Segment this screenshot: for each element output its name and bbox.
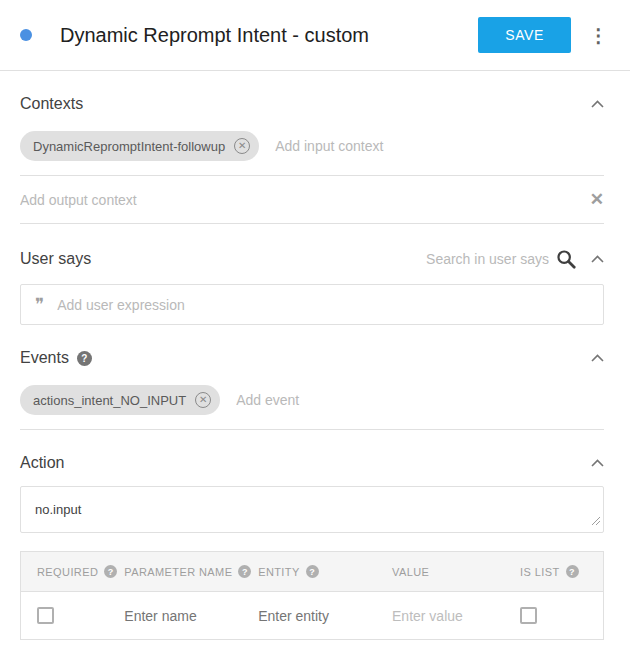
- resize-handle-icon[interactable]: [591, 512, 601, 530]
- action-name-field[interactable]: [35, 502, 589, 517]
- intent-status-dot-icon: [20, 29, 32, 41]
- search-user-says-input[interactable]: [399, 251, 549, 267]
- event-chip[interactable]: actions_intent_NO_INPUT ✕: [20, 385, 220, 415]
- col-is-list-label: IS LIST: [520, 566, 559, 578]
- user-says-title: User says: [20, 250, 91, 268]
- input-contexts-row: DynamicRepromptIntent-followup ✕: [20, 127, 604, 175]
- add-input-context-field[interactable]: [275, 138, 604, 154]
- action-collapse-chevron-up-icon[interactable]: [591, 459, 604, 467]
- output-contexts-row: ✕: [20, 176, 604, 223]
- contexts-title: Contexts: [20, 95, 83, 113]
- event-chip-label: actions_intent_NO_INPUT: [33, 393, 186, 408]
- header-divider: [0, 70, 630, 71]
- user-expression-box: ❞: [20, 284, 604, 325]
- input-context-chip-label: DynamicRepromptIntent-followup: [33, 139, 225, 154]
- col-parameter-name-label: PARAMETER NAME: [124, 566, 232, 578]
- contexts-section: Contexts DynamicRepromptIntent-followup …: [0, 95, 630, 224]
- events-collapse-chevron-up-icon[interactable]: [591, 354, 604, 362]
- parameter-row: Enter name Enter entity Enter value: [21, 592, 603, 639]
- col-value-label: VALUE: [392, 566, 429, 578]
- search-icon[interactable]: [555, 248, 577, 270]
- user-says-section: User says ❞: [0, 248, 630, 325]
- entity-field[interactable]: Enter entity: [242, 592, 376, 639]
- add-output-context-field[interactable]: [20, 192, 590, 208]
- action-section: Action REQUIRED ? PARAMETER NAME ? ENTI: [0, 454, 630, 640]
- remove-input-context-icon[interactable]: ✕: [234, 138, 250, 154]
- action-input-box: [20, 486, 604, 533]
- save-button[interactable]: SAVE: [478, 17, 571, 53]
- parameters-table-header: REQUIRED ? PARAMETER NAME ? ENTITY ? VAL…: [21, 552, 603, 592]
- parameter-name-field[interactable]: Enter name: [108, 592, 242, 639]
- clear-output-contexts-icon[interactable]: ✕: [590, 191, 604, 208]
- divider: [20, 429, 604, 430]
- action-title: Action: [20, 454, 64, 472]
- user-says-search: [399, 248, 604, 270]
- add-user-expression-field[interactable]: [57, 297, 589, 313]
- more-options-kebab-icon[interactable]: ⋮: [583, 24, 614, 47]
- contexts-collapse-chevron-up-icon[interactable]: [591, 100, 604, 108]
- col-required-label: REQUIRED: [37, 566, 98, 578]
- parameters-table: REQUIRED ? PARAMETER NAME ? ENTITY ? VAL…: [20, 551, 604, 640]
- user-says-collapse-chevron-up-icon[interactable]: [591, 255, 604, 263]
- value-field[interactable]: Enter value: [376, 592, 504, 639]
- entity-help-icon[interactable]: ?: [306, 565, 319, 578]
- add-event-field[interactable]: [236, 392, 604, 408]
- events-help-icon[interactable]: ?: [77, 351, 92, 366]
- is-list-help-icon[interactable]: ?: [566, 565, 579, 578]
- page-title: Dynamic Reprompt Intent - custom: [60, 24, 478, 47]
- events-row: actions_intent_NO_INPUT ✕: [20, 381, 604, 429]
- col-entity-label: ENTITY: [258, 566, 300, 578]
- divider: [20, 223, 604, 224]
- quote-icon: ❞: [35, 296, 44, 313]
- required-checkbox[interactable]: [37, 607, 54, 624]
- remove-event-icon[interactable]: ✕: [195, 392, 211, 408]
- events-title: Events: [20, 349, 69, 367]
- intent-header: Dynamic Reprompt Intent - custom SAVE ⋮: [0, 0, 630, 70]
- input-context-chip[interactable]: DynamicRepromptIntent-followup ✕: [20, 131, 259, 161]
- events-section: Events ? actions_intent_NO_INPUT ✕: [0, 349, 630, 430]
- is-list-checkbox[interactable]: [520, 607, 537, 624]
